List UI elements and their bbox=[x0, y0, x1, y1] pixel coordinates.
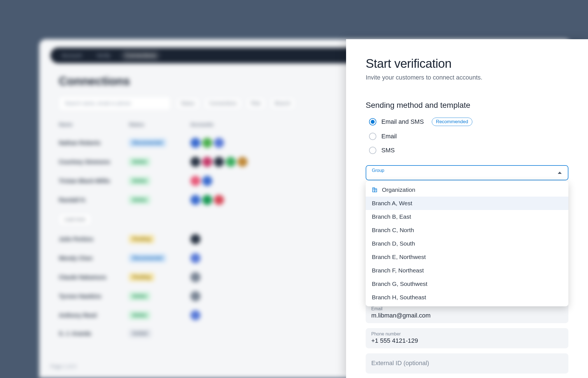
status-badge: Active bbox=[129, 196, 150, 204]
group-option-label: Branch G, Southwest bbox=[372, 281, 427, 287]
row-accounts bbox=[190, 310, 200, 320]
row-status: Pending bbox=[129, 235, 179, 243]
group-option[interactable]: Branch F, Northeast bbox=[366, 264, 568, 277]
panel-title: Start verification bbox=[366, 57, 568, 71]
bg-th-status: Status bbox=[129, 122, 179, 128]
section-sending-method: Sending method and template bbox=[366, 101, 568, 110]
row-status: Active bbox=[129, 158, 179, 166]
group-select-label: Group bbox=[372, 168, 562, 173]
row-status: Active bbox=[129, 196, 179, 204]
group-select[interactable]: Group bbox=[366, 165, 568, 180]
email-label: Email bbox=[371, 306, 563, 311]
row-name: S. J. Aranda bbox=[59, 330, 118, 337]
row-status: Active bbox=[129, 311, 179, 319]
row-accounts bbox=[190, 234, 200, 244]
status-badge: Pending bbox=[129, 235, 154, 243]
bg-footer: Page 1 of 4 bbox=[50, 364, 76, 370]
group-option[interactable]: Branch D, South bbox=[366, 237, 568, 250]
panel-subtitle: Invite your customers to connect account… bbox=[366, 74, 568, 81]
row-accounts bbox=[190, 272, 200, 282]
phone-value: +1 555 4121-129 bbox=[371, 337, 563, 344]
status-badge: Invited bbox=[129, 329, 151, 338]
row-accounts bbox=[190, 291, 200, 301]
account-dot-icon bbox=[190, 138, 200, 148]
group-option-label: Branch B, East bbox=[372, 213, 411, 220]
group-option[interactable]: Branch A, West bbox=[366, 197, 568, 210]
radio-email[interactable]: Email bbox=[369, 133, 568, 140]
radio-indicator-icon bbox=[369, 133, 376, 140]
group-option-label: Branch C, North bbox=[372, 227, 414, 234]
status-badge: Disconnected bbox=[129, 139, 166, 147]
radio-indicator-icon bbox=[369, 118, 376, 125]
external-id-placeholder: External ID (optional) bbox=[371, 357, 563, 370]
row-name: Anthony Reed bbox=[59, 312, 118, 319]
caret-up-icon bbox=[558, 172, 562, 174]
group-option[interactable]: Branch G, Southwest bbox=[366, 277, 568, 291]
group-option-label: Organization bbox=[382, 186, 415, 193]
account-dot-icon bbox=[190, 291, 200, 301]
bg-search: Search name, email or phone bbox=[59, 96, 171, 111]
row-accounts bbox=[190, 195, 224, 205]
account-dot-icon bbox=[214, 195, 224, 205]
verification-panel: Start verification Invite your customers… bbox=[346, 39, 588, 378]
phone-label: Phone number bbox=[371, 332, 563, 337]
status-badge: Active bbox=[129, 311, 150, 319]
account-dot-icon bbox=[190, 310, 200, 320]
row-status: Active bbox=[129, 292, 179, 300]
external-id-field[interactable]: External ID (optional) bbox=[366, 353, 568, 374]
group-option[interactable]: Branch E, Northwest bbox=[366, 250, 568, 264]
group-option-label: Branch F, Northeast bbox=[372, 267, 424, 274]
radio-indicator-icon bbox=[369, 147, 376, 154]
row-name: Tyrone Hawkins bbox=[59, 293, 118, 300]
account-dot-icon bbox=[202, 138, 212, 148]
group-option-label: Branch E, Northwest bbox=[372, 254, 426, 260]
row-status: Invited bbox=[129, 329, 179, 338]
account-dot-icon bbox=[202, 157, 212, 167]
group-option-label: Branch D, South bbox=[372, 240, 415, 247]
account-dot-icon bbox=[237, 157, 248, 167]
group-option[interactable]: Branch B, East bbox=[366, 210, 568, 223]
phone-field[interactable]: Phone number +1 555 4121-129 bbox=[366, 328, 568, 348]
row-name: Courtney Simmons bbox=[59, 159, 118, 165]
bg-th-name: Name bbox=[59, 122, 118, 128]
row-name: Julie Perkins bbox=[59, 236, 118, 242]
bg-filter-status: Status bbox=[176, 98, 199, 109]
radio-label: Email bbox=[381, 133, 397, 140]
group-option-label: Branch A, West bbox=[372, 200, 412, 207]
row-accounts bbox=[190, 138, 224, 148]
bg-load-more: Load more bbox=[59, 214, 91, 225]
bg-filter-connections: Connections bbox=[205, 98, 241, 109]
bg-filter-risk: Risk bbox=[247, 98, 265, 109]
organization-icon bbox=[372, 187, 378, 193]
row-name: Randall H. bbox=[59, 197, 118, 203]
radio-label: Email and SMS bbox=[381, 118, 424, 125]
account-dot-icon bbox=[226, 157, 236, 167]
status-badge: Active bbox=[129, 158, 150, 166]
status-badge: Active bbox=[129, 177, 150, 185]
row-status: Active bbox=[129, 177, 179, 185]
row-name: Nathan Roberts bbox=[59, 140, 118, 146]
bg-nav-account: Account bbox=[57, 50, 86, 61]
row-name: Tristan Black-Willis bbox=[59, 178, 118, 184]
account-dot-icon bbox=[190, 272, 200, 282]
bg-nav-verify: Verify bbox=[92, 50, 115, 61]
account-dot-icon bbox=[190, 176, 200, 186]
account-dot-icon bbox=[214, 157, 224, 167]
row-status: Pending bbox=[129, 273, 179, 281]
radio-sms[interactable]: SMS bbox=[369, 147, 568, 154]
group-option[interactable]: Branch H, Southeast bbox=[366, 291, 568, 304]
status-badge: Pending bbox=[129, 273, 154, 281]
recommended-badge: Recommended bbox=[432, 118, 472, 126]
email-value: m.libman@gmail.com bbox=[371, 312, 563, 319]
account-dot-icon bbox=[202, 176, 212, 186]
group-option-label: Branch H, Southeast bbox=[372, 294, 426, 301]
group-option[interactable]: Organization bbox=[366, 183, 568, 197]
row-name: Claude Nakamura bbox=[59, 274, 118, 281]
group-option[interactable]: Branch C, North bbox=[366, 223, 568, 237]
bg-filter-branch: Branch bbox=[270, 98, 295, 109]
account-dot-icon bbox=[190, 195, 200, 205]
row-accounts bbox=[190, 157, 248, 167]
bg-nav-connections: Connections bbox=[120, 50, 160, 61]
radio-email-and-sms[interactable]: Email and SMS Recommended bbox=[369, 118, 568, 126]
status-badge: Active bbox=[129, 292, 150, 300]
